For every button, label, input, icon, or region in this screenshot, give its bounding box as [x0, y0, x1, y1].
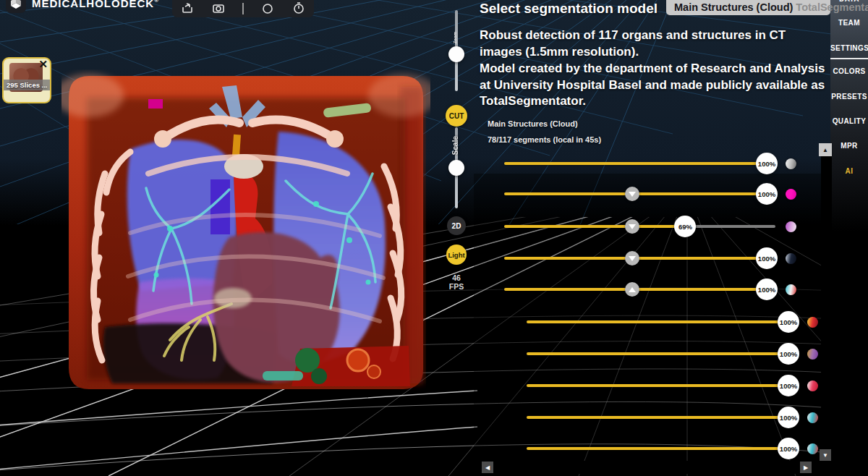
color-swatch[interactable]: [786, 253, 796, 264]
timer-icon[interactable]: [292, 1, 305, 14]
panel-title: Select segmentation model: [480, 1, 658, 17]
fps-indicator: 46 FPS: [445, 273, 468, 291]
chevron-down-icon: [629, 224, 636, 229]
chevron-down-icon: [629, 192, 636, 197]
color-swatch[interactable]: [807, 381, 818, 391]
sidebar-item-colors[interactable]: COLORS: [830, 67, 868, 75]
sidebar-item-ai[interactable]: AI: [830, 167, 868, 175]
fps-value: 46: [445, 273, 468, 282]
color-swatch[interactable]: [807, 412, 818, 423]
scale-slider-knob[interactable]: [448, 160, 464, 176]
light-button[interactable]: Light: [446, 245, 467, 265]
model-description-2: Model created by the department of Resea…: [480, 61, 830, 110]
cut-button[interactable]: CUT: [446, 105, 467, 127]
color-swatch[interactable]: [786, 158, 796, 169]
model-name-label: Main Structures (Cloud): [488, 119, 578, 128]
model-dropdown-selected: Main Structures (Cloud): [674, 1, 793, 13]
fps-unit: FPS: [445, 282, 468, 291]
sidebar-item-quality[interactable]: QUALITY: [830, 117, 868, 125]
opacity-badge[interactable]: 100%: [778, 438, 799, 459]
sidebar-item-mpr[interactable]: MPR: [830, 142, 868, 150]
record-icon[interactable]: [261, 1, 274, 14]
segment-slider-track[interactable]: [504, 162, 767, 165]
opacity-badge[interactable]: 100%: [756, 279, 778, 300]
opacity-badge[interactable]: 100%: [756, 153, 778, 174]
segment-group-expander[interactable]: [625, 282, 639, 297]
2d-button[interactable]: 2D: [447, 216, 466, 235]
horizontal-scrollbar-track[interactable]: [477, 461, 813, 474]
opacity-badge[interactable]: 100%: [778, 407, 799, 428]
color-swatch[interactable]: [786, 284, 796, 295]
zoom-slider-knob[interactable]: [448, 46, 464, 62]
opacity-badge[interactable]: 100%: [778, 375, 799, 396]
color-swatch[interactable]: [786, 189, 796, 200]
scroll-up-button[interactable]: ▲: [819, 143, 832, 156]
toolbar-divider: [242, 3, 244, 14]
scroll-right-button[interactable]: ▶: [800, 462, 812, 473]
app-title: MEDICALHOLODECK®: [32, 0, 159, 9]
chevron-down-icon: [629, 256, 636, 261]
opacity-badge[interactable]: 100%: [778, 311, 799, 333]
segment-group-expander[interactable]: [625, 251, 639, 265]
app-logo-icon: [6, 0, 26, 13]
app-logo: MEDICALHOLODECK®: [6, 0, 159, 13]
sidebar-item-settings[interactable]: SETTINGS: [830, 44, 868, 52]
app-window: MEDICALHOLODECK® ✕ 295 Slices ... Zoom C…: [0, 0, 868, 476]
scale-slider-label: Scale: [451, 136, 459, 155]
segment-slider-track[interactable]: [504, 225, 685, 228]
model-dropdown-suffix: TotalSegmentator: [793, 1, 868, 13]
opacity-badge[interactable]: 100%: [778, 343, 799, 365]
zoom-slider-label: Zoom: [453, 32, 457, 43]
segment-slider-track[interactable]: [527, 352, 788, 355]
segments-info-label: 78/117 segments (local in 45s): [488, 135, 601, 144]
segment-slider-track-remainder[interactable]: [685, 225, 775, 228]
segment-slider-track[interactable]: [527, 416, 788, 419]
color-swatch[interactable]: [807, 349, 818, 360]
ct-volume-render[interactable]: [61, 65, 430, 398]
vertical-scrollbar-track[interactable]: [821, 145, 832, 462]
segment-slider-track[interactable]: [527, 320, 788, 323]
scroll-down-button[interactable]: ▼: [820, 449, 831, 461]
close-icon[interactable]: ✕: [38, 59, 48, 69]
opacity-badge[interactable]: 100%: [756, 183, 778, 205]
color-swatch[interactable]: [786, 221, 796, 232]
top-toolbar: [172, 0, 314, 17]
chevron-up-icon: [629, 287, 636, 292]
camera-icon[interactable]: [212, 1, 225, 14]
segment-slider-track[interactable]: [527, 384, 788, 387]
sidebar-item-team[interactable]: TEAM: [830, 19, 868, 27]
dataset-thumbnail[interactable]: ✕ 295 Slices ...: [2, 57, 51, 103]
model-description-1: Robust detection of 117 organs and struc…: [480, 27, 830, 60]
sidebar-item-presets[interactable]: PRESETS: [830, 93, 868, 101]
color-swatch[interactable]: [807, 317, 818, 328]
segment-group-expander[interactable]: [625, 219, 639, 234]
color-swatch[interactable]: [807, 443, 818, 454]
scroll-left-button[interactable]: ◀: [482, 462, 493, 473]
dataset-thumbnail-label: 295 Slices ...: [4, 80, 50, 90]
sidebar-divider: [830, 58, 868, 59]
segment-slider-track[interactable]: [527, 447, 788, 450]
export-icon[interactable]: [181, 1, 194, 14]
segment-group-expander[interactable]: [625, 187, 639, 201]
opacity-badge[interactable]: 100%: [756, 247, 778, 269]
sidebar-item-data[interactable]: DATA: [830, 0, 868, 3]
